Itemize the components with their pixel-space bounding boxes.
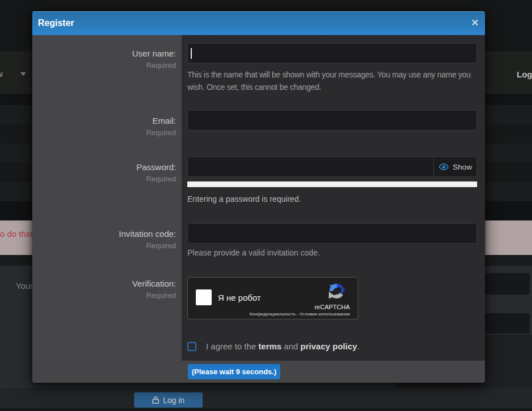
email-row: Email: Required — [32, 110, 485, 137]
nav-login-link[interactable]: Log — [517, 70, 532, 79]
nav-menu-fragment[interactable]: w — [0, 69, 3, 79]
terms-link[interactable]: terms — [259, 341, 282, 351]
register-modal: Register ✕ User name: Required This is t… — [32, 11, 485, 383]
eye-icon — [439, 163, 449, 170]
email-label: Email: — [32, 115, 176, 126]
modal-body: User name: Required This is the name tha… — [32, 35, 485, 361]
recaptcha-logo-icon — [328, 282, 346, 300]
email-label-cell: Email: Required — [32, 110, 182, 137]
agree-checkbox[interactable] — [187, 342, 196, 351]
verification-label-cell: Verification: Required — [32, 277, 182, 300]
page: w Log o do that Your Log in Register ✕ U… — [0, 0, 532, 411]
page-footer-band — [0, 408, 532, 411]
page-band — [0, 388, 532, 408]
show-password-button[interactable]: Show — [434, 157, 477, 176]
text-caret — [191, 48, 192, 59]
agree-text: I agree to the terms and privacy policy. — [206, 341, 359, 351]
email-required: Required — [32, 128, 176, 137]
username-label: User name: — [32, 48, 176, 59]
username-explain: This is the name that will be shown with… — [187, 68, 477, 93]
login-form-label: Your — [16, 281, 33, 291]
verification-row: Verification: Required Я не робот — [32, 277, 485, 319]
register-wait-button[interactable]: (Please wait 9 seconds.) — [188, 364, 280, 379]
password-strength-meter — [187, 181, 477, 187]
username-row: User name: Required This is the name tha… — [32, 43, 485, 93]
invitation-content: Please provide a valid invitation code. — [187, 223, 477, 259]
recaptcha-label: Я не робот — [218, 293, 261, 303]
privacy-policy-link[interactable]: privacy policy — [301, 341, 357, 351]
password-error: Entering a password is required. — [187, 193, 477, 205]
chevron-down-icon — [20, 72, 26, 76]
login-button[interactable]: Log in — [134, 392, 203, 408]
recaptcha-checkbox[interactable] — [196, 289, 212, 305]
invitation-hint: Please provide a valid invitation code. — [187, 247, 477, 259]
invitation-label: Invitation code: — [32, 228, 176, 239]
password-row: Password: Required Show — [32, 157, 485, 205]
agree-row: I agree to the terms and privacy policy. — [32, 341, 485, 351]
invitation-label-cell: Invitation code: Required — [32, 223, 182, 250]
login-button-label: Log in — [163, 396, 185, 405]
agree-conjunction: and — [284, 341, 298, 351]
recaptcha-widget: Я не робот reCAPTCHA Конфиденц — [187, 277, 358, 319]
username-content: This is the name that will be shown with… — [187, 43, 477, 93]
agree-prefix: I agree to the — [206, 341, 256, 351]
username-label-cell: User name: Required — [32, 43, 182, 70]
recaptcha-privacy-links[interactable]: Конфиденциальность - Условия использован… — [250, 312, 350, 317]
modal-header: Register ✕ — [32, 11, 485, 35]
agree-content: I agree to the terms and privacy policy. — [187, 341, 477, 351]
password-content: Show Entering a password is required. — [187, 157, 477, 205]
email-input[interactable] — [187, 110, 477, 131]
verification-content: Я не робот reCAPTCHA Конфиденц — [187, 277, 477, 319]
username-input[interactable] — [187, 43, 477, 63]
invitation-row: Invitation code: Required Please provide… — [32, 223, 485, 259]
agree-period: . — [357, 341, 359, 351]
invitation-input[interactable] — [187, 223, 477, 244]
error-banner-text: o do that — [0, 229, 33, 239]
username-required: Required — [32, 60, 176, 70]
password-input-group: Show — [187, 157, 477, 177]
email-content — [187, 110, 477, 131]
verification-required: Required — [32, 291, 176, 300]
show-password-label: Show — [453, 163, 472, 171]
password-required: Required — [32, 174, 176, 184]
modal-footer: (Please wait 9 seconds.) — [32, 361, 485, 383]
invitation-required: Required — [32, 241, 176, 250]
close-icon[interactable]: ✕ — [467, 11, 482, 35]
agree-label-cell — [32, 341, 182, 347]
modal-title: Register — [38, 11, 74, 35]
recaptcha-brand: reCAPTCHA — [315, 304, 350, 310]
password-input[interactable] — [188, 157, 434, 176]
verification-label: Verification: — [32, 278, 176, 289]
password-label: Password: — [32, 162, 176, 172]
lock-icon — [152, 396, 159, 404]
password-label-cell: Password: Required — [32, 157, 182, 184]
